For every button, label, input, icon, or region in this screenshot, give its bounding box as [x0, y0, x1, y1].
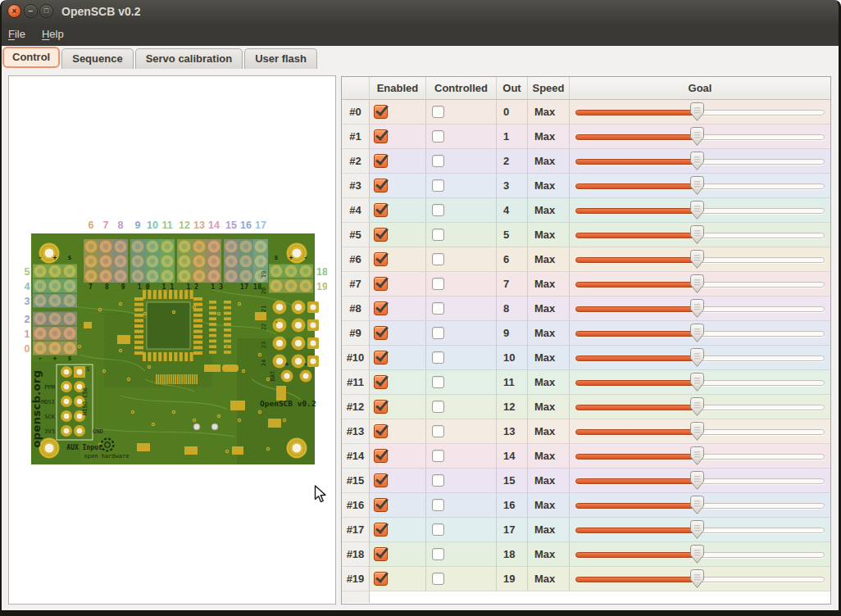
controlled-checkbox[interactable] — [432, 548, 444, 560]
goal-slider-handle[interactable] — [690, 397, 704, 417]
table-row[interactable]: #5 5 Max — [342, 223, 830, 247]
goal-slider-handle[interactable] — [690, 545, 704, 564]
goal-slider-handle[interactable] — [690, 422, 704, 442]
table-row[interactable]: #10 10 Max — [342, 346, 830, 370]
tab-user-flash[interactable]: User flash — [244, 48, 317, 69]
enabled-checkbox[interactable] — [374, 449, 388, 463]
enabled-checkbox[interactable] — [374, 129, 388, 143]
goal-slider-handle[interactable] — [690, 274, 704, 294]
goal-slider-handle[interactable] — [690, 446, 704, 466]
table-row[interactable]: #1 1 Max — [342, 125, 830, 149]
goal-slider-fill — [575, 577, 698, 582]
enabled-checkbox[interactable] — [374, 498, 388, 512]
table-row[interactable]: #9 9 Max — [342, 321, 830, 346]
enabled-checkbox[interactable] — [374, 203, 388, 217]
enabled-checkbox[interactable] — [374, 473, 388, 487]
controlled-checkbox[interactable] — [432, 351, 444, 364]
tab-servo-calibration[interactable]: Servo calibration — [135, 48, 243, 69]
enabled-checkbox[interactable] — [374, 105, 388, 119]
table-row[interactable]: #3 3 Max — [342, 174, 830, 198]
controlled-checkbox[interactable] — [432, 106, 444, 118]
tab-control[interactable]: Control — [2, 47, 60, 68]
goal-slider-handle[interactable] — [690, 102, 704, 122]
table-row[interactable]: #7 7 Max — [342, 272, 830, 297]
goal-slider-handle[interactable] — [690, 201, 704, 220]
table-row[interactable]: #4 4 Max — [342, 198, 830, 223]
goal-slider-handle[interactable] — [690, 299, 704, 319]
table-row[interactable]: #19 19 Max — [342, 567, 830, 591]
goal-slider-handle[interactable] — [690, 471, 704, 491]
table-row[interactable]: #6 6 Max — [342, 247, 830, 272]
tab-sequence[interactable]: Sequence — [61, 48, 133, 69]
table-row[interactable]: #12 12 Max — [342, 395, 830, 419]
controlled-checkbox[interactable] — [432, 401, 444, 413]
enabled-checkbox[interactable] — [374, 523, 388, 537]
enabled-checkbox[interactable] — [374, 179, 388, 192]
enabled-checkbox[interactable] — [374, 252, 388, 266]
table-row[interactable]: #15 15 Max — [342, 469, 830, 493]
close-button[interactable]: × — [7, 4, 21, 18]
header-enabled[interactable]: Enabled — [370, 77, 426, 100]
enabled-checkbox[interactable] — [374, 351, 388, 365]
table-row[interactable]: #13 13 Max — [342, 419, 830, 444]
goal-slider-handle[interactable] — [690, 250, 704, 270]
goal-slider-handle[interactable] — [690, 152, 704, 171]
goal-slider-handle[interactable] — [690, 324, 704, 343]
enabled-checkbox[interactable] — [374, 424, 388, 438]
enabled-checkbox[interactable] — [374, 228, 388, 242]
header-goal[interactable]: Goal — [570, 77, 830, 100]
goal-slider-handle[interactable] — [690, 176, 704, 196]
pcb-minus-mark: - — [39, 254, 43, 261]
controlled-checkbox[interactable] — [432, 573, 444, 585]
table-row[interactable]: #17 17 Max — [342, 518, 830, 542]
controlled-checkbox[interactable] — [432, 499, 444, 511]
controlled-checkbox[interactable] — [432, 425, 444, 437]
table-row[interactable]: #11 11 Max — [342, 370, 830, 395]
header-out[interactable]: Out — [497, 77, 528, 100]
controlled-checkbox[interactable] — [432, 327, 444, 339]
out-value: 8 — [497, 297, 528, 321]
enabled-checkbox[interactable] — [374, 572, 388, 586]
controlled-checkbox[interactable] — [432, 278, 444, 290]
controlled-checkbox[interactable] — [432, 450, 444, 462]
enabled-checkbox[interactable] — [374, 277, 388, 291]
table-row[interactable]: #16 16 Max — [342, 493, 830, 518]
menu-help[interactable]: Help — [34, 23, 72, 46]
header-speed[interactable]: Speed — [528, 77, 570, 100]
minimize-button[interactable]: − — [24, 4, 38, 18]
goal-slider-handle[interactable] — [690, 373, 704, 392]
enabled-checkbox[interactable] — [374, 547, 388, 561]
table-row[interactable]: #18 18 Max — [342, 542, 830, 567]
menu-file[interactable]: File — [0, 23, 34, 46]
goal-cell — [570, 518, 830, 542]
controlled-checkbox[interactable] — [432, 474, 444, 487]
goal-slider-handle[interactable] — [690, 520, 704, 540]
table-row[interactable]: #0 0 Max — [342, 100, 830, 125]
controlled-checkbox[interactable] — [432, 376, 444, 388]
controlled-checkbox[interactable] — [432, 155, 444, 167]
goal-slider-handle[interactable] — [690, 127, 704, 147]
table-body: #0 0 Max #1 1 Max — [342, 100, 830, 591]
goal-slider-handle[interactable] — [690, 496, 704, 515]
enabled-checkbox[interactable] — [374, 400, 388, 414]
goal-slider-handle[interactable] — [690, 348, 704, 368]
enabled-checkbox[interactable] — [374, 375, 388, 389]
controlled-checkbox[interactable] — [432, 179, 444, 192]
controlled-checkbox[interactable] — [432, 229, 444, 241]
controlled-checkbox[interactable] — [432, 302, 444, 315]
controlled-checkbox[interactable] — [432, 523, 444, 536]
table-row[interactable]: #14 14 Max — [342, 444, 830, 469]
controlled-checkbox[interactable] — [432, 130, 444, 143]
enabled-checkbox[interactable] — [374, 326, 388, 340]
table-row[interactable]: #2 2 Max — [342, 149, 830, 174]
enabled-checkbox[interactable] — [374, 301, 388, 315]
goal-slider-handle[interactable] — [690, 569, 704, 589]
header-controlled[interactable]: Controlled — [426, 77, 497, 100]
row-label: #11 — [342, 370, 370, 395]
table-row[interactable]: #8 8 Max — [342, 297, 830, 321]
maximize-button[interactable]: □ — [39, 4, 53, 18]
controlled-checkbox[interactable] — [432, 253, 444, 265]
enabled-checkbox[interactable] — [374, 154, 388, 168]
goal-slider-handle[interactable] — [690, 225, 704, 245]
controlled-checkbox[interactable] — [432, 204, 444, 216]
